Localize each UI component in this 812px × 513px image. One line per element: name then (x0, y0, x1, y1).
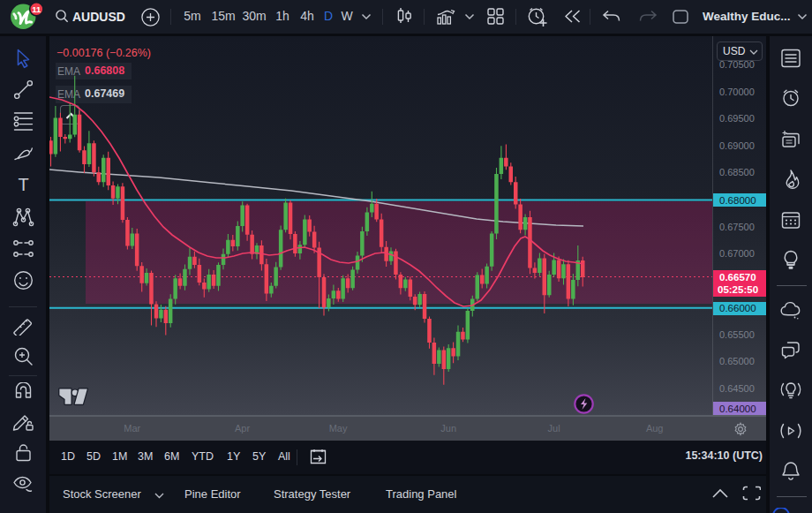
svg-text:11: 11 (32, 4, 41, 14)
svg-text:T: T (18, 175, 28, 194)
